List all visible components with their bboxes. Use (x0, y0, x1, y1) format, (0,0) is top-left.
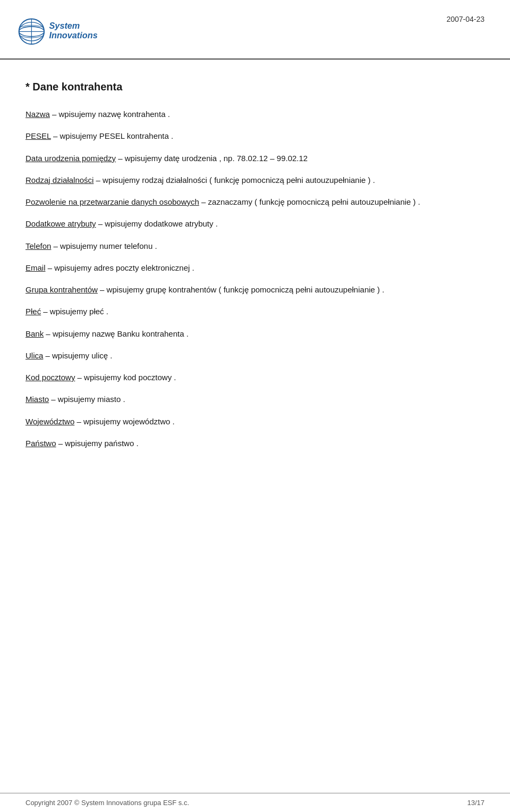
page-wrapper: System Innovations 2007-04-23 * Dane kon… (0, 0, 510, 812)
term-label: Telefon (26, 241, 51, 250)
header-date: 2007-04-23 (446, 10, 484, 23)
term-description: – wpisujemy miasto . (49, 395, 125, 404)
term-description: – wpisujemy płeć . (41, 307, 108, 316)
term-label: Płeć (26, 307, 41, 316)
list-item: Kod pocztowy – wpisujemy kod pocztowy . (26, 371, 484, 383)
term-label: Pozwolenie na przetwarzanie danych osobo… (26, 197, 199, 206)
company-logo: System Innovations (16, 10, 122, 52)
list-item: Ulica – wpisujemy ulicę . (26, 349, 484, 362)
list-item: Państwo – wpisujemy państwo . (26, 437, 484, 449)
main-content: * Dane kontrahenta Nazwa – wpisujemy naz… (0, 60, 510, 812)
list-item: Grupa kontrahentów – wpisujemy grupę kon… (26, 283, 484, 296)
term-label: Państwo (26, 439, 56, 448)
list-item: Nazwa – wpisujemy nazwę kontrahenta . (26, 108, 484, 120)
term-description: – wpisujemy rodzaj działalności ( funkcj… (94, 175, 375, 185)
header: System Innovations 2007-04-23 (0, 0, 510, 60)
list-item: Pozwolenie na przetwarzanie danych osobo… (26, 196, 484, 208)
term-description: – wpisujemy państwo . (56, 439, 139, 448)
list-item: Województwo – wpisujemy województwo . (26, 415, 484, 428)
footer-page-number: 13/17 (467, 799, 484, 807)
term-label: Dodatkowe atrybuty (26, 219, 96, 228)
term-description: – wpisujemy ulicę . (43, 351, 112, 360)
term-description: – wpisujemy nazwę kontrahenta . (50, 110, 170, 119)
list-item: Bank – wpisujemy nazwę Banku kontrahenta… (26, 328, 484, 340)
term-label: Ulica (26, 351, 43, 360)
term-label: Kod pocztowy (26, 373, 75, 382)
list-item: Data urodzenia pomiędzy – wpisujemy datę… (26, 152, 484, 164)
list-item: Dodatkowe atrybuty – wpisujemy dodatkowe… (26, 217, 484, 230)
term-description: – wpisujemy województwo . (74, 417, 174, 426)
list-item: Email – wpisujemy adres poczty elektroni… (26, 262, 484, 274)
term-label: Data urodzenia pomiędzy (26, 154, 116, 163)
term-description: – wpisujemy grupę kontrahentów ( funkcję… (98, 285, 384, 294)
term-label: Grupa kontrahentów (26, 285, 98, 294)
footer: Copyright 2007 © System Innovations grup… (0, 793, 510, 812)
term-description: – wpisujemy numer telefonu . (51, 241, 157, 250)
list-item: Telefon – wpisujemy numer telefonu . (26, 240, 484, 252)
term-description: – wpisujemy datę urodzenia , np. 78.02.1… (116, 154, 308, 163)
term-label: Miasto (26, 395, 49, 404)
term-description: – zaznaczamy ( funkcję pomocniczą pełni … (199, 197, 420, 206)
list-item: Miasto – wpisujemy miasto . (26, 393, 484, 405)
term-description: – wpisujemy dodatkowe atrybuty . (96, 219, 218, 228)
term-label: Bank (26, 329, 44, 338)
logo-area: System Innovations (16, 10, 122, 52)
term-label: Rodzaj działalności (26, 175, 94, 185)
footer-copyright: Copyright 2007 © System Innovations grup… (26, 799, 189, 807)
page-title: * Dane kontrahenta (26, 81, 484, 93)
term-label: Email (26, 263, 46, 272)
list-item: PESEL – wpisujemy PESEL kontrahenta . (26, 130, 484, 142)
section-list: Nazwa – wpisujemy nazwę kontrahenta .PES… (26, 108, 484, 449)
term-description: – wpisujemy kod pocztowy . (75, 373, 176, 382)
svg-text:System: System (49, 21, 80, 30)
term-label: Województwo (26, 417, 74, 426)
term-label: Nazwa (26, 110, 50, 119)
list-item: Rodzaj działalności – wpisujemy rodzaj d… (26, 174, 484, 186)
svg-text:Innovations: Innovations (49, 30, 98, 40)
term-description: – wpisujemy nazwę Banku kontrahenta . (44, 329, 189, 338)
term-description: – wpisujemy adres poczty elektronicznej … (46, 263, 194, 272)
list-item: Płeć – wpisujemy płeć . (26, 305, 484, 317)
term-description: – wpisujemy PESEL kontrahenta . (51, 131, 173, 140)
term-label: PESEL (26, 131, 51, 140)
